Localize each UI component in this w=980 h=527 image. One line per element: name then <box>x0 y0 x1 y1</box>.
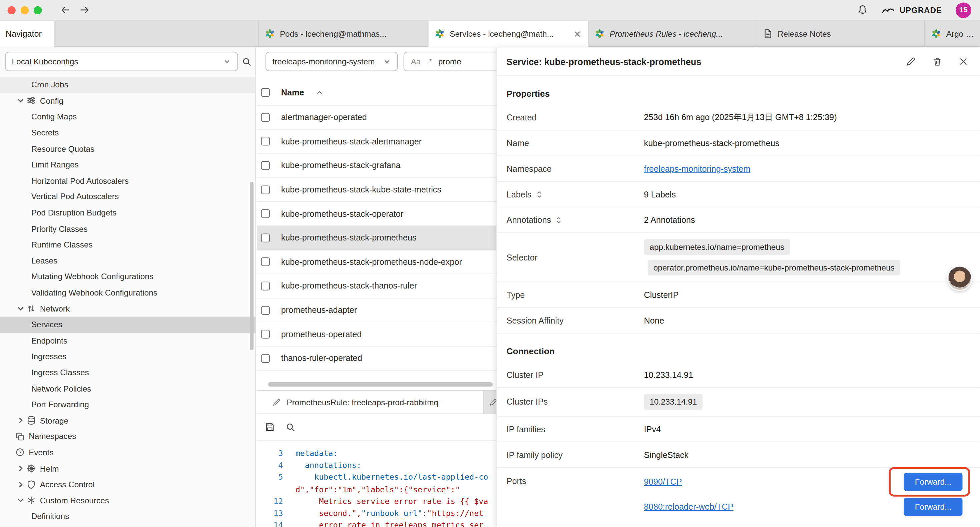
sidebar-item-mutating-webhook-configurations[interactable]: Mutating Webhook Configurations <box>0 269 256 285</box>
sort-ascending-icon[interactable] <box>315 88 323 96</box>
code-editor[interactable]: 3metadata:4 annotations:5 kubectl.kubern… <box>257 441 497 527</box>
sidebar-item-events[interactable]: Events <box>0 444 256 461</box>
sidebar-item-runtime-classes[interactable]: Runtime Classes <box>0 237 256 253</box>
sidebar-item-definitions[interactable]: Definitions <box>0 508 256 524</box>
row-checkbox[interactable] <box>261 306 270 315</box>
table-row[interactable]: prometheus-operated <box>257 323 497 347</box>
tab-prometheus-rules-icecheng[interactable]: Prometheus Rules - icecheng... <box>589 21 757 47</box>
sidebar-item-secrets[interactable]: Secrets <box>0 125 256 141</box>
sidebar-item-vertical-pod-autoscalers[interactable]: Vertical Pod Autoscalers <box>0 189 256 205</box>
tab-release-notes[interactable]: Release Notes <box>757 21 925 47</box>
table-row[interactable]: kube-prometheus-stack-grafana <box>257 154 497 178</box>
sidebar-item-label: Network Policies <box>31 384 91 393</box>
tab-pods-icecheng-mathmas[interactable]: Pods - icecheng@mathmas... <box>259 21 428 47</box>
namespace-selector-value: freeleaps-monitoring-system <box>272 57 375 66</box>
delete-icon[interactable] <box>932 56 943 67</box>
editor-tab-next[interactable] <box>483 391 496 413</box>
sidebar-item-horizontal-pod-autoscalers[interactable]: Horizontal Pod Autoscalers <box>0 173 256 189</box>
sidebar-item-leases[interactable]: Leases <box>0 253 256 269</box>
sidebar-item-ingress-classes[interactable]: Ingress Classes <box>0 365 256 381</box>
property-key: Namespace <box>507 164 552 174</box>
list-search-input[interactable]: Aa .* prome <box>404 52 497 71</box>
sidebar-item-storage[interactable]: Storage <box>0 412 256 428</box>
forward-button[interactable]: Forward... <box>904 473 963 490</box>
sidebar-item-pod-disruption-budgets[interactable]: Pod Disruption Budgets <box>0 205 256 221</box>
namespace-selector[interactable]: freeleaps-monitoring-system <box>266 52 398 71</box>
forward-button[interactable]: Forward... <box>904 497 963 515</box>
expander-icon[interactable] <box>555 215 562 224</box>
row-checkbox[interactable] <box>261 330 270 339</box>
match-case-toggle[interactable]: Aa <box>411 57 421 66</box>
sidebar-item-config-maps[interactable]: Config Maps <box>0 109 256 125</box>
edit-icon[interactable] <box>905 56 916 67</box>
sidebar-item-endpoints[interactable]: Endpoints <box>0 333 256 349</box>
sidebar-item-custom-resources[interactable]: Custom Resources <box>0 492 256 508</box>
regex-toggle[interactable]: .* <box>426 57 432 66</box>
table-row[interactable]: thanos-ruler-operated <box>257 347 497 371</box>
sidebar-item-priority-classes[interactable]: Priority Classes <box>0 221 256 237</box>
select-all-checkbox[interactable] <box>261 88 270 97</box>
kubeconfig-selector[interactable]: Local Kubeconfigs <box>5 52 238 71</box>
row-checkbox[interactable] <box>261 282 270 290</box>
table-row[interactable]: kube-prometheus-stack-kube-state-metrics <box>257 178 497 202</box>
row-checkbox[interactable] <box>261 354 270 363</box>
expander-icon[interactable] <box>536 189 543 199</box>
row-checkbox[interactable] <box>261 185 270 194</box>
sidebar-item-ingresses[interactable]: Ingresses <box>0 349 256 365</box>
navigator-panel-tab[interactable]: Navigator <box>0 21 54 47</box>
tab-services-icecheng-math[interactable]: Services - icecheng@math... <box>429 21 589 47</box>
sidebar-item-access-control[interactable]: Access Control <box>0 476 256 492</box>
sidebar-scrollbar-thumb[interactable] <box>250 182 253 350</box>
table-row[interactable]: kube-prometheus-stack-operator <box>257 202 497 226</box>
port-link[interactable]: 9090/TCP <box>644 477 682 486</box>
sidebar-search-icon[interactable] <box>242 56 252 66</box>
sidebar-item-limit-ranges[interactable]: Limit Ranges <box>0 157 256 173</box>
search-query-text: prome <box>438 57 461 66</box>
editor-search-icon[interactable] <box>286 422 296 432</box>
maximize-window-button[interactable] <box>34 6 42 14</box>
row-checkbox[interactable] <box>261 137 270 146</box>
row-checkbox[interactable] <box>261 209 270 218</box>
close-tab-icon[interactable] <box>573 30 581 38</box>
row-checkbox[interactable] <box>261 113 270 122</box>
table-row[interactable]: kube-prometheus-stack-prometheus-node-ex… <box>257 250 497 274</box>
row-checkbox[interactable] <box>261 161 270 170</box>
editor-tab-prometheusrule[interactable]: PrometheusRule: freeleaps-prod-rabbitmq <box>257 391 484 413</box>
upgrade-button[interactable]: UPGRADE <box>882 5 942 15</box>
table-row[interactable]: prometheus-adapter <box>257 299 497 323</box>
save-icon[interactable] <box>265 422 275 432</box>
table-row[interactable]: kube-prometheus-stack-prometheus <box>257 226 497 250</box>
horizontal-scrollbar-thumb[interactable] <box>268 382 493 387</box>
notification-count-badge[interactable]: 15 <box>956 2 971 18</box>
namespace-link[interactable]: freeleaps-monitoring-system <box>644 164 751 174</box>
sidebar-item-network-policies[interactable]: Network Policies <box>0 381 256 396</box>
table-row[interactable]: kube-prometheus-stack-alertmanager <box>257 130 497 154</box>
table-row[interactable]: kube-prometheus-stack-thanos-ruler <box>257 274 497 298</box>
table-row[interactable]: alertmanager-operated <box>257 105 497 129</box>
forward-button[interactable] <box>80 4 91 16</box>
sidebar-item-namespaces[interactable]: Namespaces <box>0 428 256 444</box>
sidebar-item-network[interactable]: Network <box>0 301 256 317</box>
close-window-button[interactable] <box>7 6 15 14</box>
back-button[interactable] <box>59 4 71 16</box>
row-checkbox[interactable] <box>261 234 270 242</box>
sidebar-item-resource-quotas[interactable]: Resource Quotas <box>0 141 256 157</box>
tab-label: Release Notes <box>778 29 831 38</box>
sidebar-item-cron-jobs[interactable]: Cron Jobs <box>0 77 256 93</box>
sidebar-item-port-forwarding[interactable]: Port Forwarding <box>0 396 256 412</box>
sidebar-item-config[interactable]: Config <box>0 93 256 109</box>
minimize-window-button[interactable] <box>21 6 29 14</box>
service-name: kube-prometheus-stack-thanos-ruler <box>281 281 417 291</box>
name-column-header[interactable]: Name <box>281 88 304 97</box>
tab-argo-se[interactable]: Argo Se <box>925 21 980 47</box>
sidebar-item-helm[interactable]: Helm <box>0 461 256 477</box>
row-checkbox[interactable] <box>261 258 270 266</box>
close-drawer-icon[interactable] <box>958 56 969 67</box>
user-avatar[interactable] <box>948 267 971 290</box>
port-link[interactable]: 8080:reloader-web/TCP <box>644 502 733 511</box>
sidebar-item-services[interactable]: Services <box>0 317 256 333</box>
line-number <box>257 483 283 495</box>
notifications-bell-icon[interactable] <box>857 4 868 16</box>
property-value: 10.233.14.91 <box>644 370 694 379</box>
sidebar-item-validating-webhook-configurations[interactable]: Validating Webhook Configurations <box>0 285 256 301</box>
